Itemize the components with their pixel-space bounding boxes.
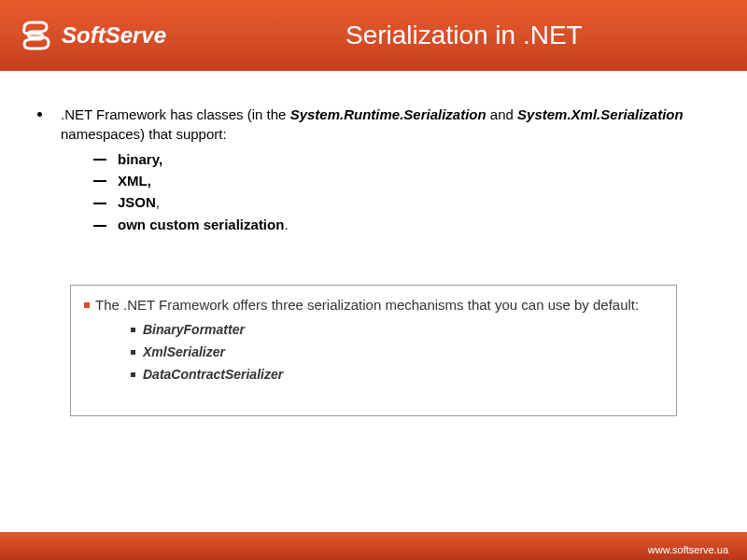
dash-icon xyxy=(93,180,106,182)
bullet-dot-icon xyxy=(37,112,42,117)
info-subtext-datacontractserializer: DataContractSerializer xyxy=(143,367,283,382)
sub-text-json-tail: , xyxy=(156,194,160,210)
info-intro-text: The .NET Framework offers three serializ… xyxy=(95,297,639,313)
dash-icon xyxy=(93,225,106,227)
slide-header: SoftServe Serialization in .NET xyxy=(0,0,747,71)
intro-part3: namespaces) that support: xyxy=(61,126,227,142)
sub-text-xml: XML, xyxy=(118,173,151,189)
info-subitem-binaryformatter: BinaryFormatter xyxy=(131,322,663,337)
logo-container: SoftServe xyxy=(19,19,166,52)
slide-title: Serialization in .NET xyxy=(345,21,583,50)
sub-list: binary, XML, JSON, own custom serializat… xyxy=(93,151,710,233)
footer-accent-bar xyxy=(0,532,747,539)
sub-item-binary: binary, xyxy=(93,151,710,167)
info-main-bullet: The .NET Framework offers three serializ… xyxy=(84,297,663,313)
sub-text-json-wrapper: JSON, xyxy=(118,194,160,211)
info-subitem-xmlserializer: XmlSerializer xyxy=(131,344,663,359)
slide-footer: www.softserve.ua xyxy=(0,532,747,560)
info-subitem-datacontractserializer: DataContractSerializer xyxy=(131,367,663,382)
info-sublist: BinaryFormatter XmlSerializer DataContra… xyxy=(131,322,663,382)
intro-emphasis-1: System.Runtime.Serialization xyxy=(290,106,486,122)
intro-text: .NET Framework has classes (in the Syste… xyxy=(61,105,710,144)
dash-icon xyxy=(93,203,106,204)
softserve-logo-icon xyxy=(19,19,52,52)
info-box: The .NET Framework offers three serializ… xyxy=(70,285,677,416)
square-bullet-icon xyxy=(131,350,135,355)
sub-text-binary: binary, xyxy=(118,151,162,167)
slide-content: .NET Framework has classes (in the Syste… xyxy=(0,71,747,416)
info-subtext-binaryformatter: BinaryFormatter xyxy=(143,322,245,337)
intro-part1: .NET Framework has classes (in the xyxy=(61,106,290,122)
square-bullet-icon xyxy=(131,328,135,332)
logo-text: SoftServe xyxy=(62,22,166,49)
dash-icon xyxy=(93,159,106,161)
sub-text-custom-tail: . xyxy=(284,217,288,232)
main-bullet-list: .NET Framework has classes (in the Syste… xyxy=(37,105,710,233)
footer-url: www.softserve.ua xyxy=(648,544,728,555)
intro-part2: and xyxy=(486,106,517,122)
info-subtext-xmlserializer: XmlSerializer xyxy=(143,344,225,359)
main-bullet-item: .NET Framework has classes (in the Syste… xyxy=(37,105,710,144)
sub-text-custom-wrapper: own custom serialization. xyxy=(118,217,289,233)
sub-text-json: JSON xyxy=(118,194,156,210)
sub-item-xml: XML, xyxy=(93,173,710,189)
intro-emphasis-2: System.Xml.Serialization xyxy=(517,106,684,122)
sub-item-json: JSON, xyxy=(93,194,710,211)
sub-text-custom: own custom serialization xyxy=(118,217,284,232)
square-bullet-icon xyxy=(131,372,135,377)
red-square-icon xyxy=(84,302,90,308)
footer-bar: www.softserve.ua xyxy=(0,539,747,560)
sub-item-custom: own custom serialization. xyxy=(93,217,710,233)
